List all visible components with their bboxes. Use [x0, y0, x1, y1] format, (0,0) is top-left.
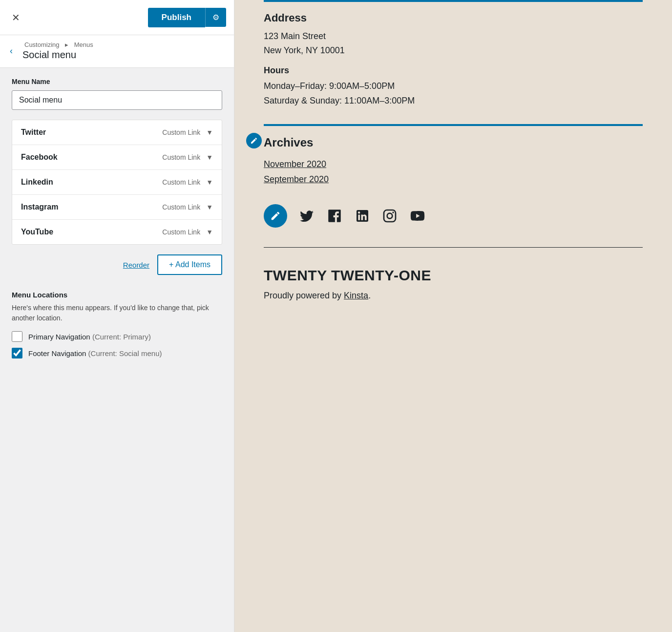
menu-name-label: Menu Name: [12, 78, 222, 85]
menu-item-type: Custom Link: [162, 203, 200, 211]
menu-item-row[interactable]: Linkedin Custom Link ▼: [12, 170, 222, 195]
chevron-down-icon: ▼: [206, 203, 213, 211]
menu-item-type: Custom Link: [162, 153, 200, 161]
instagram-icon[interactable]: [382, 208, 398, 224]
archives-section: Archives November 2020September 2020: [264, 124, 643, 185]
chevron-down-icon: ▼: [206, 128, 213, 136]
add-items-button[interactable]: + Add Items: [157, 254, 222, 275]
checkbox-row: Primary Navigation (Current: Primary): [12, 331, 222, 342]
facebook-icon[interactable]: [326, 208, 343, 224]
pencil-edit-icon: [270, 211, 281, 221]
menu-item-right: Custom Link ▼: [162, 178, 213, 186]
twitter-icon[interactable]: [299, 208, 315, 224]
hours-title: Hours: [264, 65, 643, 76]
powered-text: Proudly powered by: [264, 291, 344, 300]
menu-item-row[interactable]: Twitter Custom Link ▼: [12, 120, 222, 145]
menu-item-right: Custom Link ▼: [162, 153, 213, 161]
reorder-button[interactable]: Reorder: [123, 261, 149, 269]
breadcrumb-menus: Menus: [74, 41, 93, 48]
hours-line1: Monday–Friday: 9:00AM–5:00PM: [264, 79, 643, 94]
menu-locations-desc: Here's where this menu appears. If you'd…: [12, 303, 222, 323]
archive-link-1[interactable]: September 2020: [264, 174, 643, 185]
footer-divider: [264, 247, 643, 248]
menu-item-name: Facebook: [21, 153, 58, 162]
menu-item-right: Custom Link ▼: [162, 128, 213, 136]
menu-item-right: Custom Link ▼: [162, 228, 213, 236]
hours-line2: Saturday & Sunday: 11:00AM–3:00PM: [264, 93, 643, 108]
menu-items-list: Twitter Custom Link ▼ Facebook Custom Li…: [12, 120, 222, 245]
menu-item-name: Twitter: [21, 128, 46, 137]
menu-name-input[interactable]: [12, 90, 222, 110]
publish-button[interactable]: Publish: [148, 8, 205, 27]
linkedin-icon[interactable]: [355, 208, 370, 224]
breadcrumb-text: Customizing ▸ Menus Social menu: [22, 41, 95, 61]
location-current-0: (Current: Primary): [92, 333, 151, 341]
left-panel: ✕ Publish ⚙ ‹ Customizing ▸ Menus Social…: [0, 0, 234, 632]
chevron-down-icon: ▼: [206, 228, 213, 236]
pencil-icon: [250, 137, 258, 145]
chevron-down-icon: ▼: [206, 178, 213, 186]
menu-item-type: Custom Link: [162, 228, 200, 236]
powered-end: .: [368, 291, 371, 300]
menu-item-name: Instagram: [21, 203, 58, 211]
menu-item-row[interactable]: YouTube Custom Link ▼: [12, 220, 222, 244]
menu-item-row[interactable]: Instagram Custom Link ▼: [12, 195, 222, 220]
actions-row: Reorder + Add Items: [12, 253, 222, 275]
archives-toggle[interactable]: [246, 133, 262, 148]
address-line1: 123 Main Street: [264, 29, 643, 43]
checkbox-row: Footer Navigation (Current: Social menu): [12, 348, 222, 358]
menu-item-type: Custom Link: [162, 178, 200, 186]
top-bar: ✕ Publish ⚙: [0, 0, 234, 35]
publish-group: Publish ⚙: [148, 8, 226, 27]
settings-button[interactable]: ⚙: [205, 8, 226, 27]
menu-locations-checks: Primary Navigation (Current: Primary) Fo…: [12, 331, 222, 358]
address-section: Address 123 Main Street New York, NY 100…: [264, 0, 643, 108]
site-footer-title: TWENTY TWENTY-ONE: [264, 267, 643, 284]
chevron-down-icon: ▼: [206, 153, 213, 161]
location-label-0: Primary Navigation (Current: Primary): [28, 333, 151, 341]
location-checkbox-0[interactable]: [12, 331, 22, 342]
footer-text: Proudly powered by Kinsta.: [264, 291, 643, 301]
address-title: Address: [264, 12, 643, 24]
menu-locations-label: Menu Locations: [12, 291, 222, 299]
location-current-1: (Current: Social menu): [88, 349, 162, 358]
breadcrumb-customizing: Customizing: [24, 41, 60, 48]
archives-title: Archives: [264, 136, 643, 149]
breadcrumb-row: ‹ Customizing ▸ Menus Social menu: [0, 35, 234, 68]
archive-links: November 2020September 2020: [264, 159, 643, 185]
social-edit-button[interactable]: [264, 204, 287, 228]
social-icons-bar: [264, 204, 643, 228]
menu-item-type: Custom Link: [162, 128, 200, 136]
right-panel: Address 123 Main Street New York, NY 100…: [234, 0, 672, 632]
breadcrumb-separator: ▸: [65, 41, 70, 48]
menu-item-right: Custom Link ▼: [162, 203, 213, 211]
close-button[interactable]: ✕: [8, 8, 24, 27]
archive-link-0[interactable]: November 2020: [264, 159, 643, 169]
back-button[interactable]: ‹: [8, 44, 17, 58]
breadcrumb-title: Social menu: [22, 49, 95, 61]
site-content: Address 123 Main Street New York, NY 100…: [264, 0, 643, 301]
youtube-icon[interactable]: [409, 208, 426, 224]
location-label-1: Footer Navigation (Current: Social menu): [28, 349, 162, 358]
address-line2: New York, NY 10001: [264, 43, 643, 58]
kinsta-link[interactable]: Kinsta: [344, 291, 368, 300]
menu-item-name: YouTube: [21, 228, 53, 236]
menu-item-row[interactable]: Facebook Custom Link ▼: [12, 145, 222, 170]
menu-item-name: Linkedin: [21, 178, 53, 187]
breadcrumb-nav: Customizing ▸ Menus: [22, 41, 95, 48]
location-checkbox-1[interactable]: [12, 348, 22, 358]
panel-content: Menu Name Twitter Custom Link ▼ Facebook…: [0, 68, 234, 632]
